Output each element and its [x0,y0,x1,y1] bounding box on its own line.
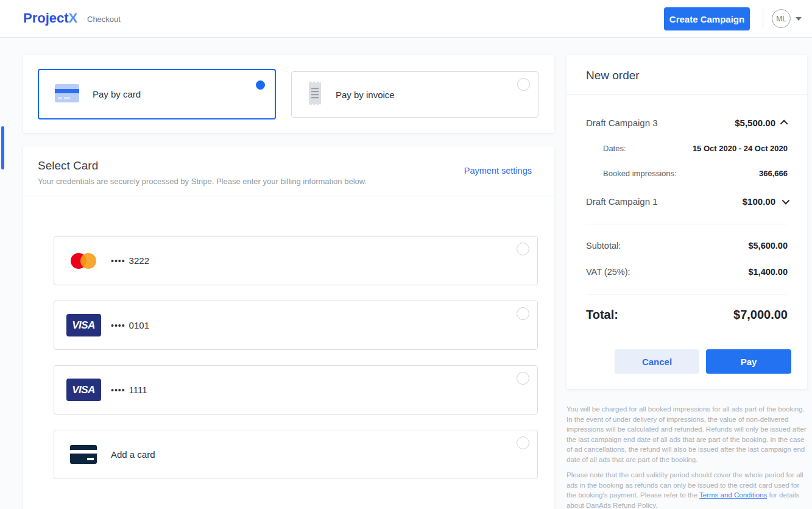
impressions-value: 366,666 [759,169,788,178]
order-item-campaign3[interactable]: Draft Campaign 3 $5,500.00 [586,118,788,128]
payment-method-panel: Pay by card Pay by invoice [23,55,554,133]
card-radio[interactable] [517,243,529,255]
card-last4: 0101 [129,320,149,330]
create-campaign-button[interactable]: Create Campaign [664,7,750,30]
select-card-panel: Select Card Your credentials are securel… [23,146,554,509]
pay-by-invoice-label: Pay by invoice [336,90,395,100]
payment-settings-link[interactable]: Payment settings [464,166,532,176]
card-last4: 1111 [129,385,147,395]
vat-value: $1,400.00 [748,267,788,277]
select-card-header: Select Card Your credentials are securel… [23,146,554,196]
card-row-mastercard[interactable]: ••••3222 [54,236,538,285]
select-card-subtitle: Your credentials are securely processed … [38,177,367,186]
vat-label: VAT (25%): [586,267,630,277]
card-mask: •••• [111,385,125,395]
user-menu[interactable]: ML [772,9,802,28]
order-item-campaign1[interactable]: Draft Campaign 1 $100.00 [586,196,788,207]
vat-row: VAT (25%): $1,400.00 [586,267,788,277]
order-title: New order [586,69,640,82]
breadcrumb: Checkout [87,15,121,24]
pay-by-invoice-option[interactable]: Pay by invoice [291,71,538,118]
card-radio[interactable] [517,372,529,385]
impressions-label: Booked impressions: [603,169,677,178]
legal-notes: You will be charged for all booked impre… [567,404,807,509]
app-logo[interactable]: ProjectX [23,10,77,26]
dates-value: 15 Oct 2020 - 24 Oct 2020 [693,144,788,153]
refund-note: You will be charged for all booked impre… [567,404,807,465]
left-scroll-indicator[interactable] [1,126,4,169]
divider [586,294,788,294]
pay-by-invoice-radio[interactable] [517,78,530,91]
mastercard-icon [65,252,102,269]
top-header: ProjectX Checkout Create Campaign ML [0,0,812,38]
chevron-up-icon[interactable] [780,120,788,128]
card-mask: •••• [111,321,125,330]
total-row: Total: $7,000.00 [586,308,788,322]
subtotal-row: Subtotal: $5,600.00 [586,241,788,251]
order-summary-panel: New order Draft Campaign 3 $5,500.00 Dat… [567,55,807,389]
logo-part2: X [69,10,78,26]
subtotal-value: $5,600.00 [748,241,788,251]
dates-label: Dates: [603,144,626,153]
pay-button[interactable]: Pay [706,349,791,374]
avatar: ML [772,9,791,28]
card-last4: 3222 [129,255,149,266]
campaign-impressions-row: Booked impressions: 366,666 [586,169,788,178]
chevron-down-icon[interactable] [782,197,790,205]
invoice-icon [308,80,322,109]
card-row-visa-0101[interactable]: VISA ••••0101 [54,301,538,350]
card-mask: •••• [111,256,125,266]
order-header: New order [567,55,807,94]
pay-by-card-label: Pay by card [93,89,141,99]
campaign-amount: $100.00 [743,196,775,207]
pay-by-card-option[interactable]: Pay by card [38,69,276,119]
add-card-icon [65,445,102,464]
validity-note: Please note that the card validity perio… [567,470,807,509]
visa-icon: VISA [65,314,102,336]
credit-card-icon [55,84,79,105]
subtotal-label: Subtotal: [586,241,621,251]
total-label: Total: [586,308,618,322]
visa-logo-text: VISA [72,319,95,332]
select-card-title: Select Card [38,159,98,173]
divider [586,224,788,224]
add-card-label: Add a card [111,449,155,460]
campaign-amount: $5,500.00 [735,118,775,128]
card-row-visa-1111[interactable]: VISA ••••1111 [54,365,538,415]
visa-logo-text: VISA [72,384,95,396]
terms-and-conditions-link[interactable]: Terms and Conditions [699,491,767,499]
logo-part1: Project [23,10,69,26]
total-value: $7,000.00 [733,308,788,322]
campaign-dates-row: Dates: 15 Oct 2020 - 24 Oct 2020 [586,144,788,153]
campaign-name: Draft Campaign 1 [586,196,658,207]
card-radio[interactable] [517,307,529,320]
campaign-name: Draft Campaign 3 [586,118,658,128]
header-divider [763,9,763,29]
pay-by-card-radio[interactable] [256,80,265,90]
card-radio[interactable] [517,436,529,449]
visa-icon: VISA [65,379,102,401]
chevron-down-icon [796,17,802,21]
cancel-button[interactable]: Cancel [615,349,699,374]
add-card-row[interactable]: Add a card [54,430,538,479]
